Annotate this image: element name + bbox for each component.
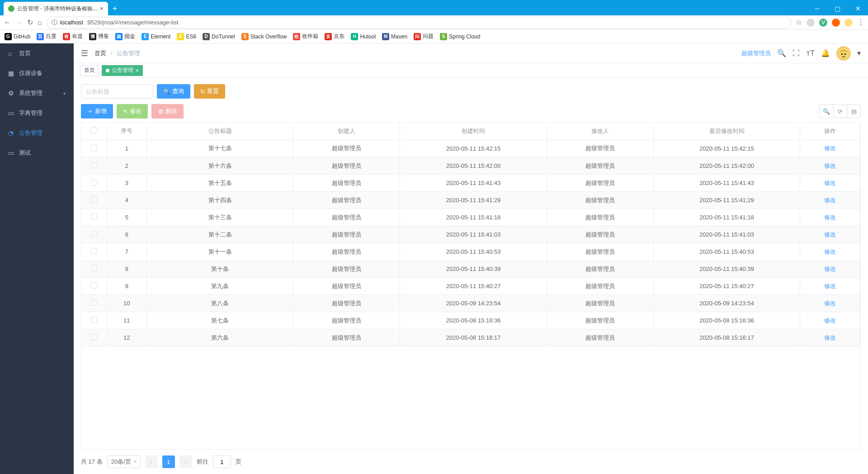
bookmark-item[interactable]: MMaven (382, 33, 407, 40)
current-user[interactable]: 超级管理员 (741, 49, 771, 57)
row-checkbox[interactable] (81, 261, 107, 278)
row-edit-link[interactable]: 修改 (824, 197, 836, 204)
search-button[interactable]: 🔍 查询 (157, 84, 190, 99)
bookmark-item[interactable]: DDoTunnel (203, 33, 235, 40)
bookmark-item[interactable]: 掘掘金 (115, 33, 135, 40)
forward-button[interactable]: → (15, 19, 23, 27)
row-edit-link[interactable]: 修改 (824, 283, 836, 289)
bookmark-item[interactable]: 问问题 (414, 33, 434, 40)
row-edit-link[interactable]: 修改 (824, 145, 836, 152)
bookmark-item[interactable]: HHutool (351, 33, 376, 40)
pager-prev[interactable]: ‹ (145, 455, 158, 468)
table-row[interactable]: 11第七条超级管理员2020-05-08 15:16:36超级管理员2020-0… (81, 312, 860, 329)
row-edit-link[interactable]: 修改 (824, 334, 836, 341)
minimize-button[interactable]: ─ (807, 2, 827, 15)
home-button[interactable]: ⌂ (38, 19, 42, 27)
back-button[interactable]: ← (4, 19, 11, 27)
bell-icon[interactable]: 🔔 (821, 49, 830, 57)
row-edit-link[interactable]: 修改 (824, 317, 836, 324)
table-row[interactable]: 3第十五条超级管理员2020-05-11 15:41:43超级管理员2020-0… (81, 175, 860, 192)
hamburger-icon[interactable]: ☰ (81, 48, 88, 58)
ext-icon-2[interactable] (832, 19, 840, 27)
table-row[interactable]: 2第十六条超级管理员2020-05-11 15:42:00超级管理员2020-0… (81, 157, 860, 175)
sidebar-item[interactable]: ▭测试 (0, 143, 74, 163)
table-row[interactable]: 4第十四条超级管理员2020-05-11 15:41:29超级管理员2020-0… (81, 192, 860, 209)
star-icon[interactable]: ☆ (796, 18, 802, 27)
row-edit-link[interactable]: 修改 (824, 248, 836, 255)
table-row[interactable]: 9第九条超级管理员2020-05-11 15:40:27超级管理员2020-05… (81, 278, 860, 295)
table-row[interactable]: 10第八条超级管理员2020-05-09 14:23:54超级管理员2020-0… (81, 295, 860, 312)
sidebar-item[interactable]: ▦仪器设备 (0, 63, 74, 83)
row-edit-link[interactable]: 修改 (824, 300, 836, 307)
page-size-select[interactable]: 20条/页 (107, 455, 141, 468)
table-row[interactable]: 12第六条超级管理员2020-05-08 15:16:17超级管理员2020-0… (81, 329, 860, 346)
row-edit-link[interactable]: 修改 (824, 180, 836, 186)
row-edit-link[interactable]: 修改 (824, 162, 836, 169)
row-checkbox[interactable] (81, 243, 107, 261)
pager-next[interactable]: › (179, 455, 192, 468)
reset-button[interactable]: ↻ 重置 (194, 84, 225, 99)
sidebar-item[interactable]: ⚙系统管理▾ (0, 83, 74, 103)
reload-button[interactable]: ↻ (27, 18, 33, 27)
profile-icon[interactable] (844, 19, 853, 27)
sidebar-item[interactable]: ⌂首页 (0, 43, 74, 63)
caret-down-icon[interactable]: ▾ (857, 49, 861, 57)
tag-active[interactable]: 公告管理 × (102, 65, 143, 76)
menu-icon[interactable]: ⋮ (857, 18, 864, 27)
vue-devtools-icon[interactable]: V (819, 19, 827, 27)
maximize-button[interactable]: ▢ (827, 2, 848, 15)
pager-page-1[interactable]: 1 (162, 455, 175, 468)
table-row[interactable]: 7第十一条超级管理员2020-05-11 15:40:53超级管理员2020-0… (81, 243, 860, 261)
tag-close-icon[interactable]: × (136, 67, 139, 74)
new-tab-button[interactable]: + (108, 2, 122, 15)
bookmark-item[interactable]: SStack Overflow (241, 33, 287, 40)
row-checkbox[interactable] (81, 140, 107, 157)
row-checkbox[interactable] (81, 278, 107, 295)
table-row[interactable]: 6第十二条超级管理员2020-05-11 15:41:03超级管理员2020-0… (81, 226, 860, 243)
breadcrumb-home[interactable]: 首页 (94, 50, 106, 57)
textsize-icon[interactable]: ᴛT (806, 49, 815, 57)
row-checkbox[interactable] (81, 157, 107, 175)
bookmark-item[interactable]: 博博客 (89, 33, 109, 40)
row-edit-link[interactable]: 修改 (824, 265, 836, 272)
avatar[interactable] (836, 46, 851, 61)
bookmark-item[interactable]: EES6 (177, 33, 196, 40)
bookmark-item[interactable]: GGitHub (5, 33, 30, 40)
tag-home[interactable]: 首页 (80, 65, 99, 76)
bookmark-item[interactable]: 百百度 (37, 33, 57, 40)
fullscreen-icon[interactable]: ⛶ (793, 49, 800, 57)
url-bar[interactable]: ⓘ localhost:9529/jnoa/#/message/message-… (47, 17, 791, 28)
row-checkbox[interactable] (81, 312, 107, 329)
table-row[interactable]: 1第十七条超级管理员2020-05-11 15:42:15超级管理员2020-0… (81, 140, 860, 157)
row-edit-link[interactable]: 修改 (824, 214, 836, 221)
row-checkbox[interactable] (81, 209, 107, 226)
pager-goto-input[interactable] (213, 455, 231, 468)
ext-icon-1[interactable] (807, 19, 815, 27)
title-filter-input[interactable] (81, 84, 153, 99)
close-icon[interactable]: × (100, 5, 104, 12)
table-row[interactable]: 8第十条超级管理员2020-05-11 15:40:39超级管理员2020-05… (81, 261, 860, 278)
bookmark-item[interactable]: 收收件箱 (293, 33, 318, 40)
col-checkbox[interactable] (81, 123, 107, 140)
row-checkbox[interactable] (81, 192, 107, 209)
bookmark-item[interactable]: EElement (142, 33, 170, 40)
bookmark-item[interactable]: 京京东 (325, 33, 344, 40)
close-window-button[interactable]: ✕ (848, 2, 868, 15)
add-button[interactable]: ＋ 新增 (81, 104, 113, 118)
edit-button[interactable]: ✎ 修改 (117, 104, 148, 118)
tool-search-icon[interactable]: 🔍 (820, 105, 833, 118)
row-checkbox[interactable] (81, 226, 107, 243)
browser-tab[interactable]: 公告管理 - 济南市特种设备检验... × (4, 2, 108, 15)
tool-refresh-icon[interactable]: ⟳ (833, 105, 847, 118)
site-info-icon[interactable]: ⓘ (52, 19, 57, 27)
sidebar-item[interactable]: ◔公告管理 (0, 123, 74, 143)
bookmark-item[interactable]: 有有道 (63, 33, 83, 40)
row-checkbox[interactable] (81, 175, 107, 192)
delete-button[interactable]: 🗑 删除 (151, 104, 184, 118)
tool-columns-icon[interactable]: ▤ (847, 105, 860, 118)
table-row[interactable]: 5第十三条超级管理员2020-05-11 15:41:18超级管理员2020-0… (81, 209, 860, 226)
row-checkbox[interactable] (81, 295, 107, 312)
row-checkbox[interactable] (81, 329, 107, 346)
bookmark-item[interactable]: SSpring Cloud (440, 33, 480, 40)
row-edit-link[interactable]: 修改 (824, 231, 836, 238)
